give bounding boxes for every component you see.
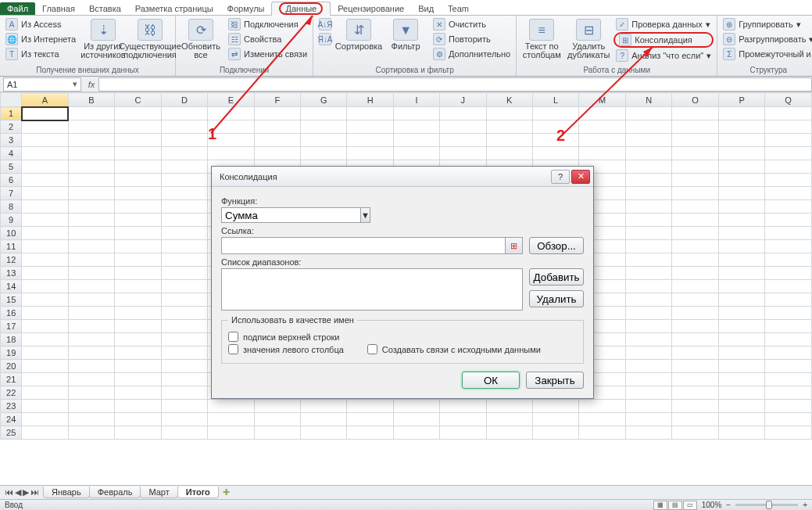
cell[interactable]	[532, 426, 578, 440]
cell[interactable]	[161, 120, 207, 134]
cell[interactable]	[486, 107, 532, 120]
cell[interactable]	[161, 174, 207, 187]
cell[interactable]	[718, 413, 764, 426]
cell[interactable]	[68, 214, 114, 227]
cell[interactable]	[254, 426, 300, 440]
cell[interactable]	[486, 147, 532, 160]
row-header[interactable]: 12	[1, 253, 22, 267]
top-row-checkbox[interactable]	[228, 332, 238, 342]
sheet-nav-first[interactable]: ⏮	[5, 487, 13, 497]
reference-input[interactable]	[221, 237, 506, 254]
cell[interactable]	[672, 227, 719, 240]
cell[interactable]	[718, 107, 764, 120]
tab-team[interactable]: Team	[441, 2, 476, 15]
cell[interactable]	[718, 386, 764, 400]
cell[interactable]	[765, 240, 812, 253]
cell[interactable]	[625, 373, 671, 386]
sort-desc-button[interactable]: Я↓А	[317, 32, 334, 46]
delete-button[interactable]: Удалить	[529, 290, 584, 307]
cell[interactable]	[718, 187, 764, 200]
cell[interactable]	[347, 413, 393, 426]
cell[interactable]	[161, 307, 207, 320]
zoom-out-button[interactable]: −	[726, 501, 731, 509]
cell[interactable]	[765, 360, 812, 373]
cell[interactable]	[672, 307, 719, 320]
dialog-close-button[interactable]: ✕	[571, 170, 590, 184]
zoom-slider[interactable]	[735, 504, 798, 506]
cell[interactable]	[393, 426, 439, 440]
cell[interactable]	[765, 107, 812, 120]
cell[interactable]	[625, 187, 671, 200]
from-web-button[interactable]: 🌐Из Интернета	[3, 32, 78, 46]
cell[interactable]	[672, 400, 719, 413]
cell[interactable]	[22, 373, 68, 386]
cell[interactable]	[765, 187, 812, 200]
cell[interactable]	[22, 134, 68, 147]
cell[interactable]	[254, 400, 300, 413]
ungroup-button[interactable]: ⊖Разгруппировать ▾	[721, 32, 812, 46]
cell[interactable]	[486, 413, 532, 426]
cell[interactable]	[765, 333, 812, 347]
cell[interactable]	[718, 400, 764, 413]
row-header[interactable]: 3	[1, 134, 22, 147]
cell[interactable]	[115, 400, 161, 413]
fx-button[interactable]: fx	[84, 80, 98, 89]
cell[interactable]	[672, 360, 719, 373]
tab-data[interactable]: Данные	[271, 2, 331, 16]
cell[interactable]	[765, 426, 812, 440]
cell[interactable]	[765, 280, 812, 293]
cell[interactable]	[347, 147, 393, 160]
cell[interactable]	[115, 187, 161, 200]
cell[interactable]	[765, 320, 812, 333]
cell[interactable]	[347, 400, 393, 413]
cell[interactable]	[68, 333, 114, 347]
cell[interactable]	[625, 400, 671, 413]
cell[interactable]	[440, 413, 486, 426]
row-header[interactable]: 10	[1, 227, 22, 240]
row-header[interactable]: 4	[1, 147, 22, 160]
range-picker-button[interactable]: ⊞	[506, 237, 523, 254]
zoom-value[interactable]: 100%	[702, 501, 722, 509]
cell[interactable]	[347, 426, 393, 440]
sort-asc-button[interactable]: А↓Я	[317, 17, 334, 31]
cell[interactable]	[718, 360, 764, 373]
cell[interactable]	[300, 120, 347, 134]
reapply-button[interactable]: ⟳Повторить	[431, 32, 513, 46]
col-header[interactable]: P	[718, 93, 764, 107]
cell[interactable]	[672, 253, 719, 267]
sheet-nav-prev[interactable]: ◀	[15, 487, 21, 497]
cell[interactable]	[718, 293, 764, 307]
cell[interactable]	[765, 200, 812, 214]
select-all-corner[interactable]	[1, 93, 22, 107]
row-header[interactable]: 13	[1, 267, 22, 280]
cell[interactable]	[161, 347, 207, 360]
properties-button[interactable]: ☷Свойства	[226, 32, 309, 46]
cell[interactable]	[115, 134, 161, 147]
col-header[interactable]: M	[579, 93, 626, 107]
cell[interactable]	[115, 240, 161, 253]
cell[interactable]	[672, 320, 719, 333]
cell[interactable]	[115, 320, 161, 333]
cell[interactable]	[625, 320, 671, 333]
cell[interactable]	[765, 386, 812, 400]
cell[interactable]	[22, 240, 68, 253]
col-header[interactable]: N	[625, 93, 671, 107]
cell[interactable]	[765, 400, 812, 413]
cell[interactable]	[300, 426, 347, 440]
cell[interactable]	[115, 360, 161, 373]
cell[interactable]	[68, 400, 114, 413]
cell[interactable]	[765, 227, 812, 240]
cell[interactable]	[765, 134, 812, 147]
cell[interactable]	[718, 240, 764, 253]
cell[interactable]	[22, 160, 68, 174]
cell[interactable]	[440, 426, 486, 440]
cell[interactable]	[22, 107, 68, 120]
col-header[interactable]: A	[22, 93, 68, 107]
cell[interactable]	[718, 280, 764, 293]
cell[interactable]	[22, 174, 68, 187]
cell[interactable]	[672, 240, 719, 253]
cell[interactable]	[161, 333, 207, 347]
row-header[interactable]: 25	[1, 426, 22, 440]
tab-review[interactable]: Рецензирование	[331, 2, 411, 15]
cell[interactable]	[625, 227, 671, 240]
